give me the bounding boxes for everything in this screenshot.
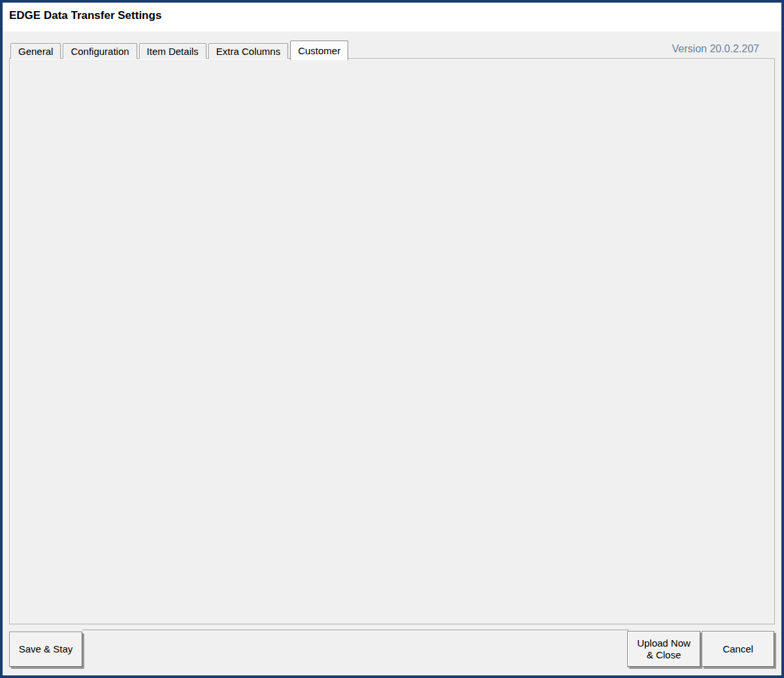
edge-data-transfer-window: EDGE Data Transfer Settings General Conf… — [0, 0, 784, 678]
cancel-button[interactable]: Cancel — [702, 631, 774, 667]
title-bar: EDGE Data Transfer Settings — [3, 3, 781, 31]
save-stay-button[interactable]: Save & Stay — [9, 632, 82, 667]
version-label: Version 20.0.2.207 — [672, 43, 759, 55]
tab-general[interactable]: General — [10, 43, 61, 59]
tab-strip: General Configuration Item Details Extra… — [10, 41, 350, 59]
window-title: EDGE Data Transfer Settings — [9, 9, 161, 22]
upload-now-close-button[interactable]: Upload Now & Close — [627, 631, 700, 667]
tab-item-details[interactable]: Item Details — [139, 43, 206, 59]
tab-configuration[interactable]: Configuration — [63, 43, 137, 59]
tab-extra-columns[interactable]: Extra Columns — [208, 43, 288, 59]
tab-customer[interactable]: Customer — [290, 41, 348, 60]
customer-tab-panel — [9, 58, 775, 624]
footer-status-strip — [82, 630, 629, 668]
